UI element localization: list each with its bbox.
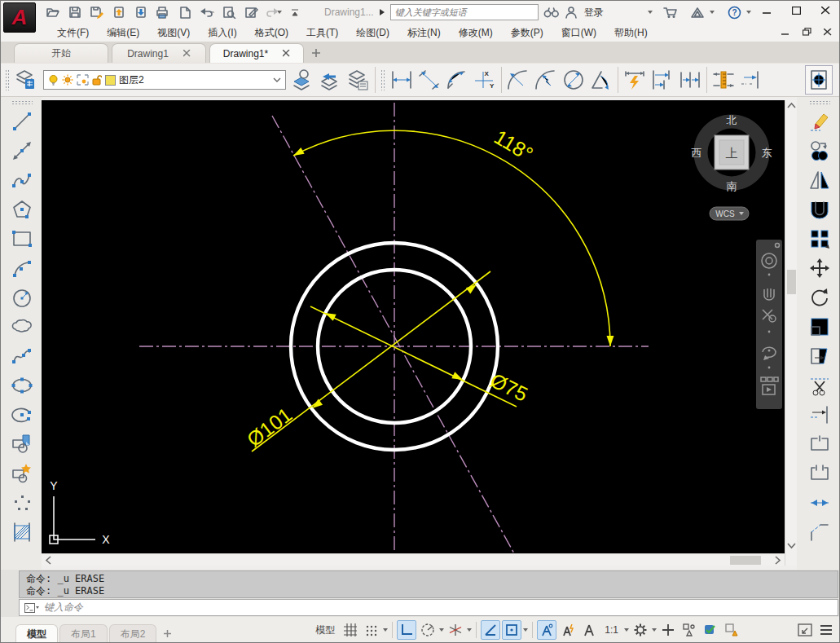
toolbar-grip[interactable] bbox=[380, 69, 385, 90]
layer-thaw-sun-icon[interactable] bbox=[62, 74, 73, 86]
hscroll-thumb[interactable] bbox=[730, 556, 761, 565]
menu-modify[interactable]: 修改(M) bbox=[450, 24, 502, 42]
login-label[interactable]: 登录 bbox=[584, 6, 604, 20]
grid-toggle[interactable] bbox=[341, 620, 360, 640]
layout-tab-layout2[interactable]: 布局2 bbox=[109, 624, 157, 643]
annotation-scale-caret-icon[interactable] bbox=[624, 628, 629, 632]
mirror-button[interactable] bbox=[806, 165, 833, 195]
dim-diameter-button[interactable] bbox=[560, 65, 587, 95]
annotation-monitor-button[interactable] bbox=[658, 620, 678, 640]
otrack-toggle[interactable] bbox=[481, 620, 500, 640]
a360-icon[interactable] bbox=[690, 7, 705, 19]
insert-block-button[interactable] bbox=[8, 429, 36, 459]
markup-button[interactable] bbox=[241, 3, 261, 21]
menu-draw[interactable]: 绘图(D) bbox=[347, 24, 398, 42]
doc-restore-button[interactable] bbox=[799, 25, 814, 38]
menu-window[interactable]: 窗口(W) bbox=[552, 24, 605, 42]
new-tab-button[interactable] bbox=[307, 45, 325, 61]
new-layout-button[interactable] bbox=[158, 625, 176, 641]
draw-ellipse-arc-button[interactable] bbox=[8, 400, 36, 429]
toolbar-grip[interactable] bbox=[809, 100, 830, 105]
offset-button[interactable] bbox=[806, 195, 833, 224]
dim-radius-button[interactable] bbox=[504, 65, 532, 95]
osnap-toggle[interactable] bbox=[502, 620, 521, 640]
annotation-visibility-toggle[interactable] bbox=[537, 620, 556, 640]
layout-tab-layout1[interactable]: 布局1 bbox=[59, 624, 108, 643]
help-caret-icon[interactable] bbox=[746, 11, 751, 14]
erase-button[interactable] bbox=[806, 107, 833, 136]
chamfer-button[interactable] bbox=[806, 517, 833, 547]
layout-tab-model[interactable]: 模型 bbox=[15, 624, 58, 643]
scroll-right-icon[interactable] bbox=[772, 555, 783, 566]
plot-preview-button[interactable] bbox=[219, 3, 239, 21]
quick-properties-button[interactable] bbox=[679, 620, 699, 640]
dim-baseline-button[interactable] bbox=[649, 65, 676, 95]
doc-minimize-button[interactable] bbox=[778, 25, 793, 38]
draw-spline-button[interactable] bbox=[8, 341, 36, 371]
new-button[interactable] bbox=[175, 3, 195, 21]
dim-center-mark-button[interactable] bbox=[805, 65, 833, 95]
toolbar-grip[interactable] bbox=[11, 100, 33, 105]
workspace-caret-icon[interactable] bbox=[652, 628, 657, 632]
scroll-down-icon[interactable] bbox=[786, 540, 797, 551]
layer-states-button[interactable] bbox=[345, 65, 372, 95]
customize-button[interactable] bbox=[816, 620, 836, 640]
workspace-button[interactable] bbox=[631, 620, 650, 640]
menu-edit[interactable]: 编辑(E) bbox=[98, 24, 148, 42]
maximize-button[interactable] bbox=[785, 2, 807, 19]
array-button[interactable] bbox=[806, 224, 833, 253]
tab-close-icon[interactable] bbox=[283, 50, 290, 57]
viewcube[interactable]: 北 南 西 东 上 bbox=[692, 114, 772, 192]
polar-toggle[interactable] bbox=[418, 620, 438, 640]
rotate-button[interactable] bbox=[806, 283, 833, 312]
draw-hatch-button[interactable] bbox=[8, 517, 36, 547]
command-input-row[interactable]: 键入命令 bbox=[19, 599, 838, 616]
tab-drawing1[interactable]: Drawing1 bbox=[112, 43, 206, 63]
layer-previous-button[interactable] bbox=[317, 65, 345, 95]
isodraft-caret-icon[interactable] bbox=[467, 628, 472, 632]
redo-button[interactable] bbox=[263, 3, 283, 21]
save-to-web-button[interactable] bbox=[109, 3, 129, 21]
scale-button[interactable] bbox=[806, 312, 833, 341]
dim-continue-button[interactable] bbox=[676, 65, 704, 95]
menu-insert[interactable]: 插入(I) bbox=[199, 24, 245, 42]
close-button[interactable] bbox=[815, 2, 836, 19]
menu-view[interactable]: 视图(V) bbox=[148, 24, 199, 42]
search-binoculars-icon[interactable] bbox=[543, 7, 560, 19]
vscroll-thumb[interactable] bbox=[787, 270, 796, 294]
dim-linear-button[interactable] bbox=[388, 65, 416, 95]
break-at-point-button[interactable] bbox=[806, 429, 833, 459]
menu-format[interactable]: 格式(O) bbox=[246, 24, 297, 42]
tab-start[interactable]: 开始 bbox=[14, 43, 108, 63]
open-button[interactable] bbox=[43, 3, 63, 21]
vertical-scrollbar[interactable] bbox=[785, 100, 797, 566]
scroll-left-icon[interactable] bbox=[43, 555, 55, 566]
search-input[interactable] bbox=[390, 4, 539, 20]
dim-break-button[interactable] bbox=[737, 65, 765, 95]
draw-rectangle-button[interactable] bbox=[8, 224, 36, 253]
login-caret-icon[interactable] bbox=[648, 11, 653, 14]
menu-help[interactable]: 帮助(H) bbox=[605, 24, 657, 42]
menu-dimension[interactable]: 标注(N) bbox=[398, 24, 450, 42]
layer-on-bulb-icon[interactable] bbox=[48, 74, 59, 86]
draw-polyline-button[interactable] bbox=[8, 165, 36, 195]
navbar-caret-icon[interactable] bbox=[768, 331, 771, 333]
unlock-icon[interactable] bbox=[92, 74, 102, 86]
tab-close-icon[interactable] bbox=[183, 50, 191, 57]
navbar-caret-icon[interactable] bbox=[768, 367, 771, 369]
copy-button[interactable] bbox=[806, 136, 833, 165]
annotation-autoscale-toggle[interactable] bbox=[558, 620, 578, 640]
save-as-button[interactable] bbox=[87, 3, 107, 21]
annotation-scale-sync-button[interactable] bbox=[579, 620, 599, 640]
layer-color-swatch[interactable] bbox=[105, 75, 116, 86]
menu-parametric[interactable]: 参数(P) bbox=[502, 24, 552, 42]
isodraft-toggle[interactable] bbox=[446, 620, 465, 640]
layer-properties-button[interactable] bbox=[12, 65, 40, 95]
dim-space-button[interactable] bbox=[710, 65, 737, 95]
snap-caret-icon[interactable] bbox=[383, 628, 388, 632]
open-from-web-button[interactable] bbox=[131, 3, 151, 21]
clean-screen-button[interactable] bbox=[795, 620, 815, 640]
dim-jogged-button[interactable] bbox=[532, 65, 560, 95]
chevron-down-icon[interactable] bbox=[273, 77, 281, 83]
isolate-objects-button[interactable] bbox=[722, 620, 741, 640]
